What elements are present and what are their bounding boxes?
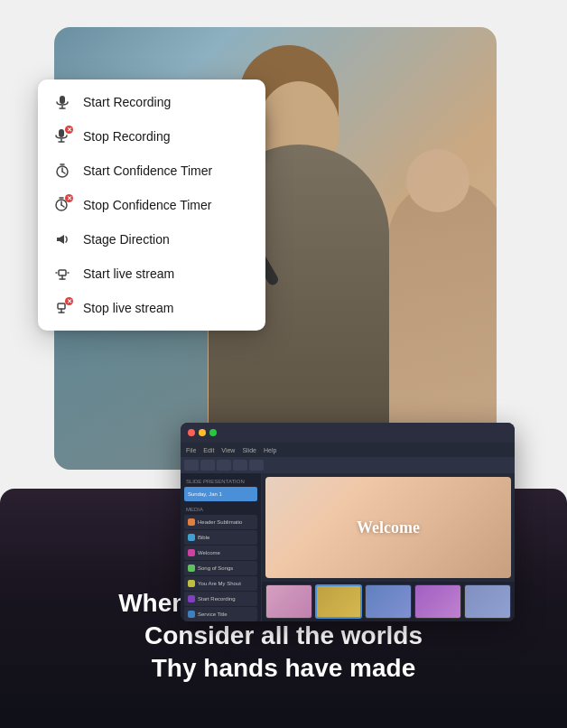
svg-line-9 bbox=[62, 172, 65, 173]
sw-main: Welcome bbox=[262, 473, 515, 621]
sw-thumb-5[interactable] bbox=[464, 584, 511, 619]
sw-menu-file[interactable]: File bbox=[186, 447, 196, 453]
slide-line-4: Thy hands have made bbox=[152, 654, 416, 683]
sw-item-color-header bbox=[188, 518, 195, 526]
clock-icon bbox=[54, 163, 70, 179]
svg-line-13 bbox=[61, 205, 64, 207]
sw-thumb-3[interactable] bbox=[365, 584, 412, 619]
svg-rect-18 bbox=[58, 303, 65, 309]
broadcast-icon bbox=[54, 266, 70, 282]
menu-label-stage-direction: Stage Direction bbox=[83, 232, 170, 247]
sw-section-presentation: Slide Presentation Sunday, Jan 1 bbox=[184, 477, 257, 501]
microphone-icon bbox=[54, 94, 70, 110]
sw-item-color-bible bbox=[188, 534, 195, 541]
svg-rect-4 bbox=[59, 129, 64, 137]
menu-item-stop-confidence-timer[interactable]: ✕ Stop Confidence Timer bbox=[38, 188, 265, 222]
broadcast-stop-icon: ✕ bbox=[54, 300, 70, 316]
menu-label-start-confidence-timer: Start Confidence Timer bbox=[83, 163, 212, 178]
stop-badge-2: ✕ bbox=[65, 194, 73, 202]
clock-stop-icon: ✕ bbox=[54, 197, 70, 213]
menu-label-start-recording: Start Recording bbox=[83, 95, 171, 109]
sw-item-silent-everything[interactable]: Start Recording bbox=[184, 592, 257, 606]
menu-item-start-recording[interactable]: Start Recording bbox=[38, 85, 265, 119]
sw-toolbar-btn-5[interactable] bbox=[249, 460, 264, 471]
sw-content: Slide Presentation Sunday, Jan 1 Media H… bbox=[181, 473, 515, 621]
sw-menu-slide[interactable]: Slide bbox=[242, 447, 256, 453]
sw-menu-bar: File Edit View Slide Help bbox=[181, 443, 515, 457]
sw-thumb-2[interactable] bbox=[315, 584, 362, 619]
sw-item-bible[interactable]: Bible bbox=[184, 530, 257, 545]
sw-menu-view[interactable]: View bbox=[221, 447, 235, 453]
sw-item-color-song bbox=[188, 565, 195, 572]
sw-item-song-of-songs[interactable]: Song of Songs bbox=[184, 561, 257, 575]
sw-section-header-presentation: Slide Presentation bbox=[184, 477, 257, 486]
sw-menu-edit[interactable]: Edit bbox=[203, 447, 214, 453]
menu-label-stop-confidence-timer: Stop Confidence Timer bbox=[83, 198, 211, 212]
sw-item-sunday[interactable]: Sunday, Jan 1 bbox=[184, 487, 257, 501]
menu-item-start-live-stream[interactable]: Start live stream bbox=[38, 257, 265, 291]
sw-preview-slide: Welcome bbox=[265, 477, 511, 578]
software-screenshot: File Edit View Slide Help Slide Presenta… bbox=[181, 423, 515, 621]
sw-toolbar-btn-4[interactable] bbox=[233, 460, 247, 471]
menu-label-start-live-stream: Start live stream bbox=[83, 266, 174, 281]
sw-maximize-btn bbox=[209, 429, 217, 436]
sw-toolbar-btn-1[interactable] bbox=[184, 460, 199, 471]
sw-toolbar-btn-2[interactable] bbox=[200, 460, 215, 471]
sw-menu-help[interactable]: Help bbox=[264, 447, 276, 453]
slide-line-3: Consider all the worlds bbox=[144, 621, 423, 650]
sw-preview-text: Welcome bbox=[357, 518, 420, 537]
menu-item-stop-recording[interactable]: ✕ Stop Recording bbox=[38, 119, 265, 154]
sw-thumb-4[interactable] bbox=[414, 584, 461, 619]
sw-toolbar bbox=[181, 457, 515, 473]
sw-minimize-btn bbox=[199, 429, 206, 436]
sw-item-color-shout bbox=[188, 580, 195, 587]
svg-rect-15 bbox=[59, 270, 66, 275]
stop-badge-3: ✕ bbox=[65, 297, 73, 305]
sw-item-welcome[interactable]: Welcome bbox=[184, 546, 257, 560]
sw-item-you-are-my-shout[interactable]: You Are My Shout bbox=[184, 576, 257, 591]
context-menu: Start Recording ✕ Stop Recording bbox=[38, 79, 265, 331]
sw-thumbnail-strip bbox=[262, 582, 515, 621]
sw-sidebar: Slide Presentation Sunday, Jan 1 Media H… bbox=[181, 473, 262, 621]
stop-badge: ✕ bbox=[65, 126, 73, 134]
menu-item-start-confidence-timer[interactable]: Start Confidence Timer bbox=[38, 154, 265, 188]
sw-close-btn bbox=[188, 429, 195, 436]
sw-item-color-silent bbox=[188, 595, 195, 602]
sw-item-service-title[interactable]: Service Title bbox=[184, 607, 257, 621]
menu-label-stop-recording: Stop Recording bbox=[83, 129, 171, 144]
sw-thumb-1[interactable] bbox=[265, 584, 312, 619]
sw-toolbar-btn-3[interactable] bbox=[217, 460, 231, 471]
sw-item-color-welcome bbox=[188, 549, 195, 556]
megaphone-icon bbox=[54, 231, 70, 247]
menu-item-stop-live-stream[interactable]: ✕ Stop live stream bbox=[38, 291, 265, 325]
sw-titlebar bbox=[181, 423, 515, 443]
microphone-stop-icon: ✕ bbox=[54, 128, 70, 145]
menu-item-stage-direction[interactable]: Stage Direction bbox=[38, 222, 265, 257]
sw-section-header-media: Media bbox=[184, 505, 257, 514]
svg-rect-1 bbox=[60, 96, 65, 104]
sw-item-color-service bbox=[188, 611, 195, 618]
sw-item-header[interactable]: Header Sublimatio bbox=[184, 515, 257, 529]
sw-section-media: Media Header Sublimatio Bible Welcome So… bbox=[184, 505, 257, 621]
menu-label-stop-live-stream: Stop live stream bbox=[83, 301, 173, 315]
